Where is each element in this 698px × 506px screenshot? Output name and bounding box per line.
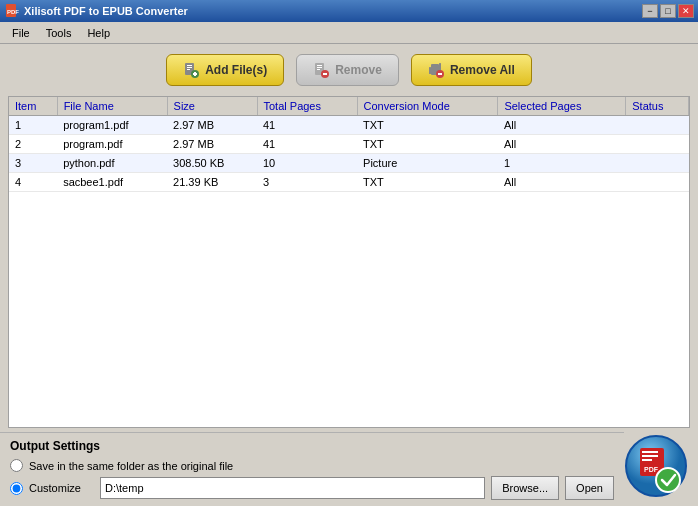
file-table-body: 1program1.pdf2.97 MB41TXTAll2program.pdf… (9, 116, 689, 192)
svg-text:PDF: PDF (644, 466, 659, 473)
cell-selectedPages: All (498, 116, 626, 135)
col-totalpages: Total Pages (257, 97, 357, 116)
cell-conversionMode: TXT (357, 173, 498, 192)
customize-radio[interactable] (10, 482, 23, 495)
cell-selectedPages: All (498, 173, 626, 192)
app-icon: PDF (4, 3, 20, 19)
remove-label: Remove (335, 63, 382, 77)
menu-bar: File Tools Help (0, 22, 698, 44)
add-files-button[interactable]: Add File(s) (166, 54, 284, 86)
cell-totalPages: 41 (257, 135, 357, 154)
path-input[interactable] (100, 477, 485, 499)
cell-status (626, 116, 689, 135)
table-row[interactable]: 1program1.pdf2.97 MB41TXTAll (9, 116, 689, 135)
remove-all-icon (428, 62, 444, 78)
svg-rect-11 (317, 67, 322, 68)
remove-all-button[interactable]: Remove All (411, 54, 532, 86)
cell-item: 4 (9, 173, 57, 192)
close-button[interactable]: ✕ (678, 4, 694, 18)
cell-size: 308.50 KB (167, 154, 257, 173)
file-table: Item File Name Size Total Pages Conversi… (9, 97, 689, 192)
col-conversionmode: Conversion Mode (357, 97, 498, 116)
cell-status (626, 173, 689, 192)
pdf-logo-container: PDF (624, 428, 698, 506)
output-settings: Output Settings Save in the same folder … (0, 432, 624, 506)
menu-tools[interactable]: Tools (38, 25, 80, 41)
browse-button[interactable]: Browse... (491, 476, 559, 500)
cell-conversionMode: Picture (357, 154, 498, 173)
cell-totalPages: 3 (257, 173, 357, 192)
same-folder-radio[interactable] (10, 459, 23, 472)
customize-row: Customize Browse... Open (10, 476, 614, 500)
toolbar: Add File(s) Remove Remove All (0, 44, 698, 96)
cell-size: 21.39 KB (167, 173, 257, 192)
remove-all-label: Remove All (450, 63, 515, 77)
cell-item: 1 (9, 116, 57, 135)
add-files-label: Add File(s) (205, 63, 267, 77)
col-status: Status (626, 97, 689, 116)
cell-size: 2.97 MB (167, 135, 257, 154)
minimize-button[interactable]: − (642, 4, 658, 18)
cell-fileName: program.pdf (57, 135, 167, 154)
cell-totalPages: 10 (257, 154, 357, 173)
output-settings-panel: Output Settings Save in the same folder … (0, 432, 624, 506)
same-folder-row: Save in the same folder as the original … (10, 459, 614, 472)
cell-fileName: program1.pdf (57, 116, 167, 135)
output-settings-title: Output Settings (10, 439, 614, 453)
cell-fileName: sacbee1.pdf (57, 173, 167, 192)
cell-selectedPages: All (498, 135, 626, 154)
cell-status (626, 135, 689, 154)
pdf-logo: PDF (624, 434, 688, 498)
menu-help[interactable]: Help (79, 25, 118, 41)
menu-file[interactable]: File (4, 25, 38, 41)
cell-conversionMode: TXT (357, 135, 498, 154)
title-bar-controls: − □ ✕ (642, 4, 694, 18)
file-list-area: Item File Name Size Total Pages Conversi… (8, 96, 690, 428)
customize-label: Customize (29, 482, 94, 494)
svg-rect-16 (429, 67, 431, 74)
title-bar: PDF Xilisoft PDF to EPUB Converter − □ ✕ (0, 0, 698, 22)
svg-text:PDF: PDF (7, 9, 19, 15)
title-bar-title: Xilisoft PDF to EPUB Converter (24, 5, 188, 17)
svg-rect-22 (642, 451, 658, 453)
open-button[interactable]: Open (565, 476, 614, 500)
svg-rect-23 (642, 455, 658, 457)
cell-size: 2.97 MB (167, 116, 257, 135)
svg-rect-8 (193, 73, 197, 75)
cell-item: 2 (9, 135, 57, 154)
cell-totalPages: 41 (257, 116, 357, 135)
svg-rect-24 (642, 459, 652, 461)
cell-conversionMode: TXT (357, 116, 498, 135)
col-selectedpages: Selected Pages (498, 97, 626, 116)
col-size: Size (167, 97, 257, 116)
svg-rect-3 (187, 65, 192, 66)
add-files-icon (183, 62, 199, 78)
cell-selectedPages: 1 (498, 154, 626, 173)
svg-rect-10 (317, 65, 322, 66)
cell-status (626, 154, 689, 173)
cell-fileName: python.pdf (57, 154, 167, 173)
title-bar-left: PDF Xilisoft PDF to EPUB Converter (4, 3, 188, 19)
table-row[interactable]: 3python.pdf308.50 KB10Picture1 (9, 154, 689, 173)
table-row[interactable]: 2program.pdf2.97 MB41TXTAll (9, 135, 689, 154)
remove-button[interactable]: Remove (296, 54, 399, 86)
remove-icon (313, 62, 329, 78)
svg-rect-5 (187, 69, 190, 70)
table-header-row: Item File Name Size Total Pages Conversi… (9, 97, 689, 116)
table-row[interactable]: 4sacbee1.pdf21.39 KB3TXTAll (9, 173, 689, 192)
bottom-area: Output Settings Save in the same folder … (0, 428, 698, 506)
svg-rect-12 (317, 69, 320, 70)
svg-rect-14 (323, 73, 327, 75)
same-folder-label: Save in the same folder as the original … (29, 460, 233, 472)
svg-point-26 (656, 468, 680, 492)
col-item: Item (9, 97, 57, 116)
cell-item: 3 (9, 154, 57, 173)
restore-button[interactable]: □ (660, 4, 676, 18)
svg-rect-4 (187, 67, 192, 68)
col-filename: File Name (57, 97, 167, 116)
svg-rect-19 (438, 73, 442, 75)
main-window: Add File(s) Remove Remove All (0, 44, 698, 506)
